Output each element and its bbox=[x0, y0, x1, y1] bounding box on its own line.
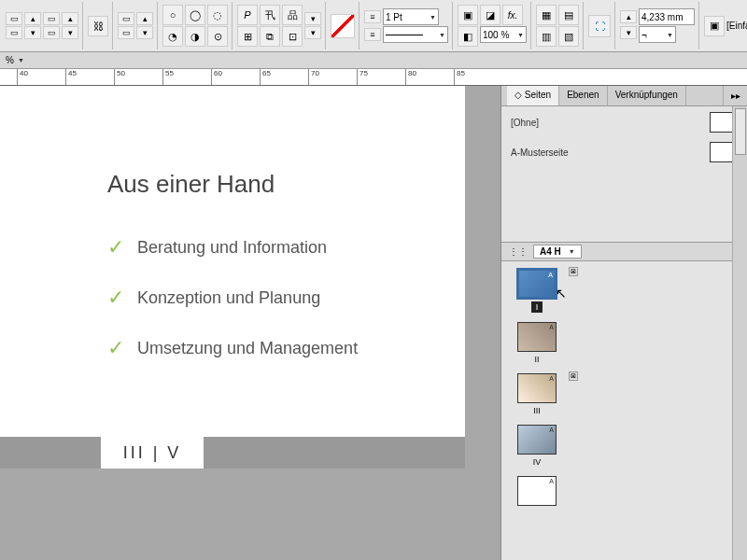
thumb-image[interactable]: A bbox=[517, 476, 557, 506]
ruler-tick: 45 bbox=[65, 69, 77, 85]
bullet-item[interactable]: ✓ Umsetzung und Management bbox=[107, 336, 358, 360]
page-thumb-3[interactable]: A ⊠ III bbox=[509, 373, 565, 415]
page-thumb-4[interactable]: A IV bbox=[509, 425, 565, 467]
page-footer[interactable]: III | V bbox=[0, 437, 465, 469]
page-number[interactable]: III | V bbox=[101, 437, 204, 469]
document-canvas[interactable]: Aus einer Hand ✓ Beratung und Informatio… bbox=[0, 86, 500, 560]
circle-icon[interactable]: ◌ bbox=[207, 5, 228, 25]
thumb-label: III bbox=[533, 406, 541, 415]
shape-icon[interactable]: ◔ bbox=[162, 26, 183, 47]
panel-menu-icon[interactable]: ▸▸ bbox=[723, 86, 747, 105]
arrow-down-icon[interactable]: ▾ bbox=[24, 26, 41, 39]
arrow-down-icon[interactable]: ▾ bbox=[620, 26, 637, 39]
arrow-up-icon[interactable]: ▴ bbox=[136, 12, 153, 25]
tool-btn[interactable]: ▭ bbox=[118, 26, 134, 39]
ruler-tick: 50 bbox=[114, 69, 125, 85]
thumb-image[interactable]: A bbox=[517, 269, 557, 299]
no-fill-icon[interactable] bbox=[331, 14, 355, 38]
style-label: [Einfacher bbox=[726, 21, 747, 31]
zoom-select[interactable]: 100 %▼ bbox=[480, 26, 527, 43]
scrollbar-vertical[interactable] bbox=[732, 106, 747, 560]
circle-icon[interactable]: ◯ bbox=[185, 5, 205, 25]
align-icon[interactable]: ▥ bbox=[536, 26, 557, 47]
scroll-thumb[interactable] bbox=[735, 108, 746, 155]
arrow-down-icon[interactable]: ▾ bbox=[136, 26, 153, 39]
bullet-item[interactable]: ✓ Beratung und Information bbox=[107, 235, 327, 259]
master-row-a[interactable]: A-Musterseite bbox=[511, 142, 738, 162]
page-size-value: A4 H bbox=[540, 246, 561, 257]
page-thumb-1[interactable]: A ⊠ ↖ I bbox=[509, 269, 565, 313]
zoom-unit: % bbox=[6, 55, 14, 65]
thumb-label: IV bbox=[533, 457, 542, 467]
stroke-icon[interactable]: ≡ bbox=[364, 10, 381, 23]
stroke-style-select[interactable]: ▼ bbox=[383, 26, 448, 43]
shape-icon[interactable]: ⊙ bbox=[207, 26, 228, 47]
tool-icon[interactable]: ⧉ bbox=[260, 26, 280, 47]
horizontal-ruler[interactable]: 40 45 50 55 60 65 70 75 80 85 bbox=[0, 69, 747, 86]
page-size-row: ⋮⋮ A4 H ▼ bbox=[501, 243, 747, 261]
tool-icon[interactable]: 品 bbox=[282, 5, 303, 25]
close-icon[interactable]: ⊠ bbox=[569, 267, 578, 276]
align-icon[interactable]: ▦ bbox=[536, 5, 557, 25]
arrow-up-icon[interactable]: ▴ bbox=[62, 12, 78, 25]
tab-verknuepfungen[interactable]: Verknüpfungen bbox=[608, 86, 686, 105]
circle-icon[interactable]: ○ bbox=[162, 5, 183, 25]
thumb-image[interactable]: A bbox=[517, 322, 557, 352]
arrow-icon[interactable]: ▾ bbox=[304, 12, 321, 25]
ruler-tick: 55 bbox=[162, 69, 174, 85]
page-size-select[interactable]: A4 H ▼ bbox=[533, 245, 582, 259]
stroke-weight-select[interactable]: 1 Pt▼ bbox=[383, 8, 439, 25]
ruler-tick: 65 bbox=[260, 69, 271, 85]
tab-seiten[interactable]: ◇ Seiten bbox=[507, 86, 559, 105]
page-heading[interactable]: Aus einer Hand bbox=[107, 170, 275, 199]
thumb-image[interactable]: A bbox=[517, 373, 557, 403]
chevron-down-icon[interactable]: ▼ bbox=[18, 57, 24, 63]
tool-icon[interactable]: ▣ bbox=[458, 5, 478, 25]
tool-btn[interactable]: ▭ bbox=[6, 12, 22, 25]
check-icon: ✓ bbox=[107, 286, 124, 310]
tool-icon[interactable]: ◧ bbox=[458, 26, 478, 47]
thumb-image[interactable]: A bbox=[517, 425, 557, 455]
measure-input[interactable] bbox=[639, 8, 695, 25]
tool-btn[interactable]: ▭ bbox=[43, 12, 60, 25]
ruler-tick: 80 bbox=[405, 69, 416, 85]
master-label: A-Musterseite bbox=[511, 147, 569, 158]
close-icon[interactable]: ⊠ bbox=[569, 371, 578, 381]
tool-btn[interactable]: ▭ bbox=[6, 26, 22, 39]
arrow-up-icon[interactable]: ▴ bbox=[620, 10, 637, 23]
stroke-icon[interactable]: ≡ bbox=[364, 28, 381, 41]
paragraph-icon[interactable]: P bbox=[237, 5, 258, 25]
align-icon[interactable]: ▤ bbox=[558, 5, 579, 25]
grip-icon: ⋮⋮ bbox=[509, 246, 528, 257]
arrow-icon[interactable]: ▾ bbox=[304, 26, 321, 39]
tool-icon[interactable]: 卂 bbox=[260, 5, 280, 25]
frame-icon[interactable]: ⛶ bbox=[588, 15, 611, 37]
cursor-icon: ↖ bbox=[556, 286, 567, 301]
page-thumb-5[interactable]: A bbox=[509, 476, 565, 506]
ruler-tick: 75 bbox=[357, 69, 368, 85]
tool-icon[interactable]: ◪ bbox=[480, 5, 500, 25]
master-row-none[interactable]: [Ohne] bbox=[511, 112, 738, 133]
tool-btn[interactable]: ▭ bbox=[118, 12, 134, 25]
corner-select[interactable]: ¬▼ bbox=[639, 26, 676, 43]
align-icon[interactable]: ▧ bbox=[558, 26, 579, 47]
page[interactable]: Aus einer Hand ✓ Beratung und Informatio… bbox=[0, 86, 465, 469]
arrow-down-icon[interactable]: ▾ bbox=[62, 26, 78, 39]
link-icon[interactable]: ⛓ bbox=[88, 16, 108, 36]
bullet-item[interactable]: ✓ Konzeption und Planung bbox=[107, 286, 320, 310]
master-label: [Ohne] bbox=[511, 118, 539, 128]
ruler-tick: 70 bbox=[308, 69, 319, 85]
tool-icon[interactable]: ⊞ bbox=[237, 26, 258, 47]
arrow-up-icon[interactable]: ▴ bbox=[24, 12, 41, 25]
tool-btn[interactable]: ▭ bbox=[43, 26, 60, 39]
tab-ebenen[interactable]: Ebenen bbox=[559, 86, 607, 105]
secondary-bar: %▼ bbox=[0, 52, 747, 69]
check-icon: ✓ bbox=[107, 336, 124, 360]
page-thumb-2[interactable]: A II bbox=[509, 322, 565, 364]
stroke-weight-value: 1 Pt bbox=[386, 12, 402, 22]
pages-panel: ◇ Seiten Ebenen Verknüpfungen ▸▸ [Ohne] … bbox=[500, 86, 747, 560]
fx-icon[interactable]: fx. bbox=[502, 5, 523, 25]
tool-icon[interactable]: ⊡ bbox=[282, 26, 303, 47]
shape-icon[interactable]: ◑ bbox=[185, 26, 205, 47]
object-style-icon[interactable]: ▣ bbox=[704, 16, 725, 36]
